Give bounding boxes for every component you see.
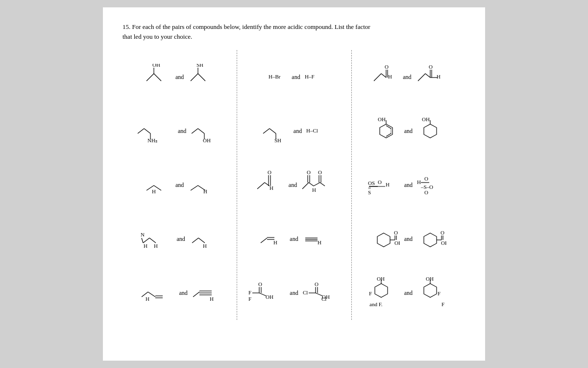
cell-r2c1: NH₂ and OH [122,104,237,158]
cell-r4c3: O OH and O OH [351,212,466,266]
svg-text:OH: OH [441,240,446,246]
svg-text:H: H [146,296,149,302]
svg-text:H: H [437,74,441,79]
svg-text:H: H [388,74,392,79]
cell-r3c2: O H and O O H [237,158,351,212]
question-line2: that led you to your choice. [122,33,192,40]
ester-svg: O H [416,64,445,91]
svg-text:O: O [378,179,382,185]
question-text: 15. For each of the pairs of compounds b… [122,22,466,41]
svg-text:H: H [144,243,147,249]
and-label-r5c1: and [179,289,188,297]
cell-r5c1: H and H [122,266,237,320]
pair-diketone: O H and O O H [255,170,333,200]
and-label-r3c3: and [404,182,413,189]
svg-line-11 [381,74,386,78]
svg-marker-142 [424,284,437,297]
svg-text:S: S [372,180,375,186]
svg-line-1 [154,74,161,81]
and-label-r3c2: and [289,182,297,189]
svg-text:F: F [248,296,251,302]
svg-line-82 [149,238,156,243]
thiol3-svg: H [144,172,171,199]
dihydroxy2-svg: OH F F [417,276,449,310]
svg-text:O: O [429,64,433,70]
phenol1-svg: OH [373,115,400,147]
pair-aldehyde-ester: O H and O H [371,64,445,91]
and-label-r1c1: and [175,74,184,81]
pair-dihydroxy: OH and F. F and OH F F [368,276,449,310]
svg-text:O: O [307,170,311,175]
svg-line-83 [142,238,143,243]
svg-text:Cl: Cl [321,296,326,302]
svg-text:OH: OH [378,116,386,122]
cell-r1c3: O H and O H [351,50,466,104]
pair-alkene-alkyne2: H and H [141,280,219,307]
thiol5-svg: H [190,224,219,254]
svg-text:O: O [394,230,398,236]
and-label-r4c1: and [177,236,185,243]
svg-line-81 [143,238,149,243]
alkyne-svg: H [303,226,330,253]
svg-text:OH: OH [203,137,211,143]
svg-text:F: F [248,289,251,295]
svg-line-31 [263,129,270,133]
amine2-svg: N H H [141,224,172,254]
svg-line-10 [374,74,381,81]
question-line1: For each of the pairs of compounds below… [132,23,370,30]
svg-text:H: H [270,185,273,191]
svg-text:OH: OH [426,276,434,282]
pair-sulfonate: O = S O H S and H O –S–O O [368,172,449,199]
svg-text:O: O [268,170,271,175]
svg-text:O: O [424,189,428,195]
svg-line-87 [192,238,198,243]
svg-text:H: H [417,179,421,185]
svg-text:H: H [152,188,156,194]
svg-text:OH: OH [377,276,385,282]
sulfonate2-svg: H O –S–O O [417,172,449,199]
and-label-r2c3: and [404,128,413,135]
svg-marker-37 [380,124,392,138]
svg-text:H–Cl: H–Cl [306,128,318,133]
pair-hbr-hf: H–Br and H–F [269,70,319,84]
svg-line-48 [191,185,198,190]
and-label-r1c3: and [403,74,411,81]
svg-text:H: H [318,239,321,245]
svg-text:F: F [369,290,372,296]
hbr-svg: H–Br [269,70,287,84]
svg-text:H: H [203,188,207,194]
svg-text:H: H [273,239,277,245]
and-label-r1c2: and [292,74,300,81]
svg-line-5 [198,74,205,81]
svg-line-90 [261,238,267,243]
svg-text:N: N [141,232,145,237]
thiol-svg: SH [188,64,215,91]
and-label-r5c3: and [404,289,413,297]
svg-marker-98 [377,233,390,247]
svg-line-17 [425,74,430,78]
svg-text:H–F: H–F [305,74,315,79]
aldehyde2-svg: O H [255,170,284,200]
svg-text:O: O [424,176,428,182]
svg-line-60 [320,183,325,186]
and-label-r4c3: and [404,236,413,243]
and-label-r4c2: and [290,236,298,243]
and-label-r2c2: and [294,128,302,135]
pair-benzoic: O OH and O OH [370,223,446,255]
svg-marker-137 [375,284,388,297]
benzoic1-svg: O OH [370,223,400,255]
svg-line-32 [270,129,276,133]
svg-text:H: H [203,243,207,249]
svg-line-27 [192,129,198,133]
diketone-svg: O O H [301,170,333,200]
svg-text:O: O [318,170,322,175]
svg-text:OH: OH [394,240,400,246]
svg-line-16 [418,74,425,81]
sulfonate1-svg: O = S O H S [368,172,400,199]
dihydroxy1-svg: OH and F. F [368,276,400,310]
svg-text:F: F [438,290,441,296]
svg-text:O: O [385,64,389,70]
alcohol2-svg: OH [191,119,222,143]
page: 15. For each of the pairs of compounds b… [103,7,485,361]
cell-r4c1: N H H and H [122,212,237,266]
